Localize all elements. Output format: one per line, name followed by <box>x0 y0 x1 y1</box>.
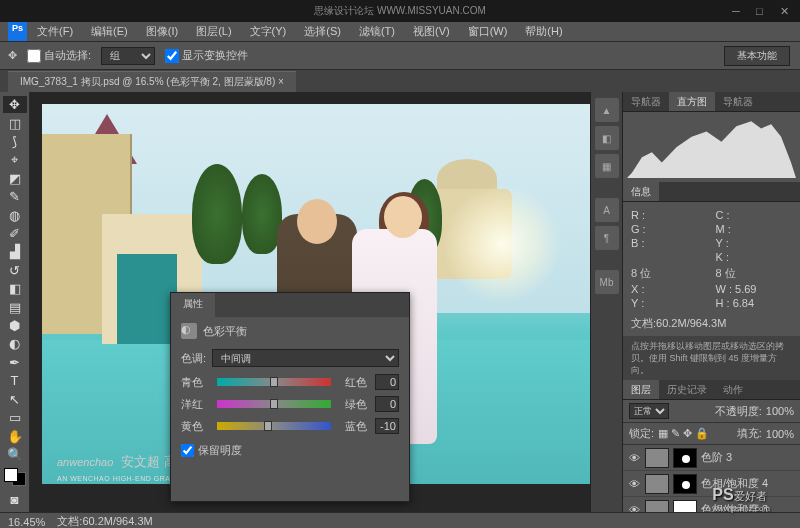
info-panel: R :G :B : C :M :Y :K : 8 位8 位 X :Y : W :… <box>623 202 800 336</box>
svg-marker-0 <box>627 121 796 178</box>
preserve-luminosity-check[interactable]: 保留明度 <box>171 437 409 464</box>
brush-tool[interactable]: ✐ <box>3 225 27 242</box>
dock-mb-icon[interactable]: Mb <box>595 270 619 294</box>
lasso-tool[interactable]: ⟆ <box>3 133 27 150</box>
slider-value-2[interactable]: -10 <box>375 418 399 434</box>
crop-tool[interactable]: ◩ <box>3 170 27 187</box>
zoom-level[interactable]: 16.45% <box>8 516 45 528</box>
layer-thumbnail[interactable] <box>645 474 669 494</box>
show-transform-check[interactable]: 显示变换控件 <box>165 48 248 63</box>
slider-2[interactable] <box>217 419 331 433</box>
tab-navigator[interactable]: 导航器 <box>623 92 669 111</box>
main-area: ✥ ◫ ⟆ ⌖ ◩ ✎ ◍ ✐ ▟ ↺ ◧ ▤ ⬢ ◐ ✒ T ↖ ▭ ✋ 🔍 … <box>0 92 800 512</box>
tab-info[interactable]: 信息 <box>623 182 659 201</box>
document-tab-bar: IMG_3783_1 拷贝.psd @ 16.5% (色彩平衡 2, 图层蒙版/… <box>0 70 800 92</box>
menu-select[interactable]: 选择(S) <box>296 22 349 41</box>
dock-color-icon[interactable]: ◧ <box>595 126 619 150</box>
dock-swatches-icon[interactable]: ▦ <box>595 154 619 178</box>
title-bar: 思缘设计论坛 WWW.MISSYUAN.COM ─ □ ✕ <box>0 0 800 22</box>
slider-0[interactable] <box>217 375 331 389</box>
properties-tab[interactable]: 属性 <box>171 293 215 317</box>
color-swatches[interactable] <box>4 468 26 485</box>
site-watermark: PS爱好者 www.psahz.com <box>712 486 770 513</box>
move-tool-icon: ✥ <box>8 49 17 62</box>
eraser-tool[interactable]: ◧ <box>3 280 27 297</box>
layer-name[interactable]: 色阶 3 <box>701 450 796 465</box>
tab-actions[interactable]: 动作 <box>715 380 751 399</box>
ps-icon[interactable]: Ps <box>8 22 27 41</box>
menu-file[interactable]: 文件(F) <box>29 22 81 41</box>
fill-value[interactable]: 100% <box>766 428 794 440</box>
dock-char-icon[interactable]: A <box>595 198 619 222</box>
slider-1[interactable] <box>217 397 331 411</box>
tone-dropdown[interactable]: 中间调 <box>212 349 399 367</box>
slider-value-0[interactable]: 0 <box>375 374 399 390</box>
gradient-tool[interactable]: ▤ <box>3 298 27 315</box>
slider-row-2: 黄色 蓝色 -10 <box>171 415 409 437</box>
tab-layers[interactable]: 图层 <box>623 380 659 399</box>
hand-tool[interactable]: ✋ <box>3 427 27 444</box>
menu-window[interactable]: 窗口(W) <box>460 22 516 41</box>
dock-histogram-icon[interactable]: ▲ <box>595 98 619 122</box>
pen-tool[interactable]: ✒ <box>3 354 27 371</box>
menu-layer[interactable]: 图层(L) <box>188 22 239 41</box>
menu-type[interactable]: 文字(Y) <box>242 22 295 41</box>
layer-thumbnail[interactable] <box>645 500 669 513</box>
layer-row-0[interactable]: 👁 色阶 3 <box>623 445 800 471</box>
visibility-icon[interactable]: 👁 <box>627 477 641 491</box>
visibility-icon[interactable]: 👁 <box>627 451 641 465</box>
slider-row-0: 青色 红色 0 <box>171 371 409 393</box>
layer-thumbnail[interactable] <box>645 448 669 468</box>
maximize-icon[interactable]: □ <box>756 5 768 17</box>
opacity-value[interactable]: 100% <box>766 405 794 417</box>
layer-mask-thumbnail[interactable] <box>673 500 697 513</box>
tab-history[interactable]: 历史记录 <box>659 380 715 399</box>
marquee-tool[interactable]: ◫ <box>3 114 27 131</box>
document-tab[interactable]: IMG_3783_1 拷贝.psd @ 16.5% (色彩平衡 2, 图层蒙版/… <box>8 71 296 92</box>
right-panels: 导航器 直方图 导航器 信息 R :G :B : C :M :Y :K : 8 … <box>622 92 800 512</box>
status-bar: 16.45% 文档:60.2M/964.3M <box>0 512 800 528</box>
blur-tool[interactable]: ⬢ <box>3 317 27 334</box>
toolbox: ✥ ◫ ⟆ ⌖ ◩ ✎ ◍ ✐ ▟ ↺ ◧ ▤ ⬢ ◐ ✒ T ↖ ▭ ✋ 🔍 … <box>0 92 30 512</box>
zoom-tool[interactable]: 🔍 <box>3 446 27 463</box>
menu-bar: Ps 文件(F) 编辑(E) 图像(I) 图层(L) 文字(Y) 选择(S) 滤… <box>0 22 800 42</box>
options-bar: ✥ 自动选择: 组 显示变换控件 基本功能 <box>0 42 800 70</box>
wand-tool[interactable]: ⌖ <box>3 151 27 168</box>
info-panel-tabs: 信息 <box>623 182 800 202</box>
move-tool[interactable]: ✥ <box>3 96 27 113</box>
eyedropper-tool[interactable]: ✎ <box>3 188 27 205</box>
auto-select-dropdown[interactable]: 组 <box>101 47 155 65</box>
minimize-icon[interactable]: ─ <box>732 5 744 17</box>
tab-histogram[interactable]: 直方图 <box>669 92 715 111</box>
layer-mask-thumbnail[interactable] <box>673 448 697 468</box>
workspace-switcher[interactable]: 基本功能 <box>724 46 790 66</box>
histogram-panel <box>623 112 800 182</box>
layer-mask-thumbnail[interactable] <box>673 474 697 494</box>
history-brush-tool[interactable]: ↺ <box>3 262 27 279</box>
info-hint: 点按并拖移以移动图层或移动选区的拷贝。使用 Shift 键限制到 45 度增量方… <box>623 336 800 380</box>
healing-tool[interactable]: ◍ <box>3 206 27 223</box>
type-tool[interactable]: T <box>3 372 27 389</box>
menu-help[interactable]: 帮助(H) <box>517 22 570 41</box>
nav-panel-tabs: 导航器 直方图 导航器 <box>623 92 800 112</box>
slider-row-1: 洋红 绿色 0 <box>171 393 409 415</box>
visibility-icon[interactable]: 👁 <box>627 503 641 513</box>
stamp-tool[interactable]: ▟ <box>3 243 27 260</box>
dock-para-icon[interactable]: ¶ <box>595 226 619 250</box>
path-tool[interactable]: ↖ <box>3 391 27 408</box>
dodge-tool[interactable]: ◐ <box>3 335 27 352</box>
close-icon[interactable]: ✕ <box>780 5 792 17</box>
menu-filter[interactable]: 滤镜(T) <box>351 22 403 41</box>
menu-image[interactable]: 图像(I) <box>138 22 186 41</box>
slider-value-1[interactable]: 0 <box>375 396 399 412</box>
adjustment-header: ◐ 色彩平衡 <box>171 317 409 345</box>
auto-select-check[interactable]: 自动选择: <box>27 48 91 63</box>
menu-edit[interactable]: 编辑(E) <box>83 22 136 41</box>
shape-tool[interactable]: ▭ <box>3 409 27 426</box>
blend-mode-dropdown[interactable]: 正常 <box>629 403 669 419</box>
lock-icons[interactable]: ▦ ✎ ✥ 🔒 <box>658 427 709 440</box>
tab-navigator2[interactable]: 导航器 <box>715 92 761 111</box>
menu-view[interactable]: 视图(V) <box>405 22 458 41</box>
quickmask-icon[interactable]: ◙ <box>3 491 27 508</box>
canvas-area[interactable]: anwenchao安文超 高端修图 AN WENCHAO HIGH-END GR… <box>30 92 590 512</box>
